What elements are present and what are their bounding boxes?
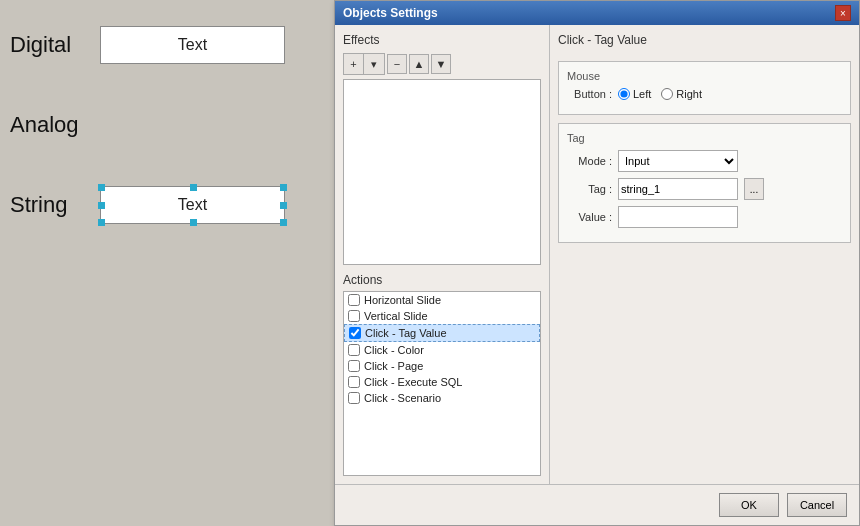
action-item[interactable]: Click - Scenario bbox=[344, 390, 540, 406]
effects-header: Effects bbox=[343, 33, 541, 47]
effects-toolbar: + ▾ − ▲ ▼ bbox=[343, 53, 541, 75]
value-label: Value : bbox=[567, 211, 612, 223]
action-label: Click - Page bbox=[364, 360, 423, 372]
dialog-footer: OK Cancel bbox=[335, 484, 859, 525]
string-selected-box[interactable]: Text bbox=[100, 186, 285, 224]
canvas-row-digital: Digital Text bbox=[10, 20, 324, 70]
mode-row: Mode : Input Output Input/Output bbox=[567, 150, 842, 172]
action-item[interactable]: Click - Tag Value bbox=[344, 324, 540, 342]
tag-section-title: Tag bbox=[567, 132, 842, 144]
handle-ml bbox=[98, 202, 105, 209]
digital-text-value: Text bbox=[178, 36, 207, 54]
action-label: Vertical Slide bbox=[364, 310, 428, 322]
mouse-section: Mouse Button : Left Right bbox=[558, 61, 851, 115]
actions-header: Actions bbox=[343, 273, 541, 287]
action-item[interactable]: Click - Color bbox=[344, 342, 540, 358]
action-label: Click - Color bbox=[364, 344, 424, 356]
tag-section: Tag Mode : Input Output Input/Output Tag… bbox=[558, 123, 851, 243]
digital-label: Digital bbox=[10, 32, 100, 58]
action-label: Click - Tag Value bbox=[365, 327, 447, 339]
dialog-title: Objects Settings bbox=[343, 6, 438, 20]
action-checkbox[interactable] bbox=[348, 294, 360, 306]
handle-tr bbox=[280, 184, 287, 191]
handle-mr bbox=[280, 202, 287, 209]
button-label: Button : bbox=[567, 88, 612, 100]
handle-bm bbox=[190, 219, 197, 226]
action-checkbox[interactable] bbox=[348, 376, 360, 388]
radio-left-input[interactable] bbox=[618, 88, 630, 100]
string-text-value: Text bbox=[178, 196, 207, 214]
action-label: Horizontal Slide bbox=[364, 294, 441, 306]
canvas-area: Digital Text Analog String Text bbox=[0, 0, 334, 526]
analog-label: Analog bbox=[10, 112, 100, 138]
digital-textbox[interactable]: Text bbox=[100, 26, 285, 64]
action-checkbox[interactable] bbox=[348, 392, 360, 404]
handle-tm bbox=[190, 184, 197, 191]
tag-field-label: Tag : bbox=[567, 183, 612, 195]
actions-list: Horizontal SlideVertical SlideClick - Ta… bbox=[343, 291, 541, 477]
action-item[interactable]: Click - Execute SQL bbox=[344, 374, 540, 390]
ok-button[interactable]: OK bbox=[719, 493, 779, 517]
handle-br bbox=[280, 219, 287, 226]
button-row: Button : Left Right bbox=[567, 88, 842, 100]
action-checkbox[interactable] bbox=[349, 327, 361, 339]
action-item[interactable]: Horizontal Slide bbox=[344, 292, 540, 308]
canvas-row-analog: Analog bbox=[10, 100, 324, 150]
right-panel: Click - Tag Value Mouse Button : Left Ri… bbox=[550, 25, 859, 484]
mode-label: Mode : bbox=[567, 155, 612, 167]
action-item[interactable]: Vertical Slide bbox=[344, 308, 540, 324]
action-item[interactable]: Click - Page bbox=[344, 358, 540, 374]
action-label: Click - Execute SQL bbox=[364, 376, 462, 388]
up-btn[interactable]: ▲ bbox=[409, 54, 429, 74]
remove-btn[interactable]: − bbox=[387, 54, 407, 74]
add-btn-group[interactable]: + ▾ bbox=[343, 53, 385, 75]
objects-settings-dialog: Objects Settings × Effects + ▾ − ▲ ▼ Act… bbox=[334, 0, 860, 526]
handle-tl bbox=[98, 184, 105, 191]
radio-left-label: Left bbox=[633, 88, 651, 100]
down-btn[interactable]: ▼ bbox=[431, 54, 451, 74]
mode-select[interactable]: Input Output Input/Output bbox=[618, 150, 738, 172]
radio-right[interactable]: Right bbox=[661, 88, 702, 100]
dialog-close-button[interactable]: × bbox=[835, 5, 851, 21]
action-checkbox[interactable] bbox=[348, 360, 360, 372]
canvas-row-string: String Text bbox=[10, 180, 324, 230]
mouse-radio-group: Left Right bbox=[618, 88, 702, 100]
tag-field-input[interactable] bbox=[618, 178, 738, 200]
radio-right-input[interactable] bbox=[661, 88, 673, 100]
dialog-body: Effects + ▾ − ▲ ▼ Actions Horizontal Sli… bbox=[335, 25, 859, 484]
ellipsis-button[interactable]: ... bbox=[744, 178, 764, 200]
radio-right-label: Right bbox=[676, 88, 702, 100]
value-field-input[interactable] bbox=[618, 206, 738, 228]
cancel-button[interactable]: Cancel bbox=[787, 493, 847, 517]
dialog-titlebar: Objects Settings × bbox=[335, 1, 859, 25]
handle-bl bbox=[98, 219, 105, 226]
value-row: Value : bbox=[567, 206, 842, 228]
action-checkbox[interactable] bbox=[348, 310, 360, 322]
radio-left[interactable]: Left bbox=[618, 88, 651, 100]
mouse-section-title: Mouse bbox=[567, 70, 842, 82]
tag-row: Tag : ... bbox=[567, 178, 842, 200]
action-checkbox[interactable] bbox=[348, 344, 360, 356]
action-label: Click - Scenario bbox=[364, 392, 441, 404]
add-dropdown-btn[interactable]: ▾ bbox=[364, 54, 384, 74]
right-section-title: Click - Tag Value bbox=[558, 33, 851, 47]
add-btn[interactable]: + bbox=[344, 54, 364, 74]
left-panel: Effects + ▾ − ▲ ▼ Actions Horizontal Sli… bbox=[335, 25, 550, 484]
string-label: String bbox=[10, 192, 100, 218]
effects-area bbox=[343, 79, 541, 265]
